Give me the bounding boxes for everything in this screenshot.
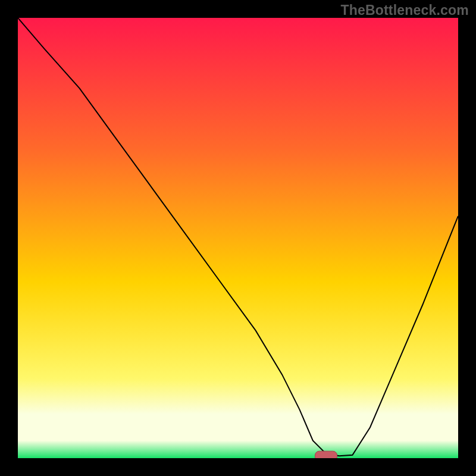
- plot-area: [18, 18, 458, 458]
- optimal-marker: [315, 451, 337, 458]
- watermark-text: TheBottleneck.com: [340, 2, 469, 18]
- bottleneck-chart: [18, 18, 458, 458]
- gradient-background: [18, 18, 458, 458]
- chart-frame: TheBottleneck.com: [0, 0, 476, 476]
